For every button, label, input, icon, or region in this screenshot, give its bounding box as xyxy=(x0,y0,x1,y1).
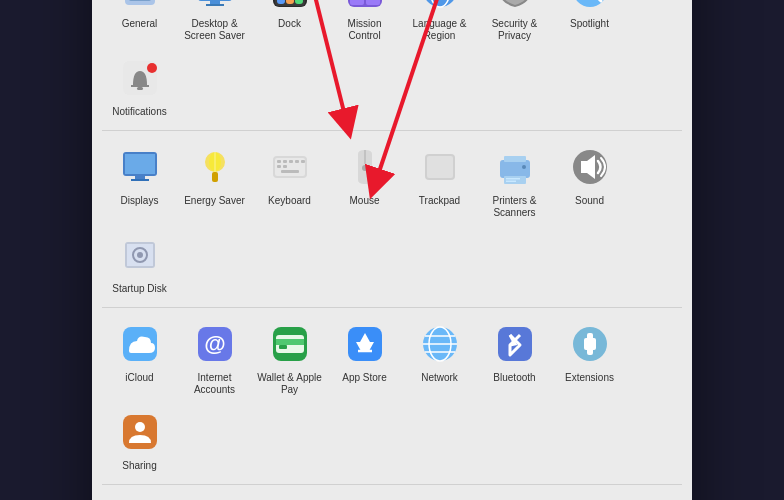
pref-item-mission[interactable]: Mission Control xyxy=(327,0,402,48)
svg-text:@: @ xyxy=(204,331,225,356)
trackpad-icon xyxy=(416,143,464,191)
pref-item-datetime[interactable]: 10Date & Time xyxy=(402,491,477,501)
section-3: iCloud@Internet AccountsWallet & Apple P… xyxy=(102,308,682,485)
svg-rect-55 xyxy=(504,176,526,184)
wallet-label: Wallet & Apple Pay xyxy=(256,372,323,396)
pref-item-energy[interactable]: Energy Saver xyxy=(177,137,252,225)
pref-item-siri[interactable]: Siri xyxy=(327,491,402,501)
internet-label: Internet Accounts xyxy=(181,372,248,396)
startup-icon xyxy=(116,231,164,279)
pref-item-displays[interactable]: Displays xyxy=(102,137,177,225)
datetime-icon: 10 xyxy=(416,497,464,501)
extensions-label: Extensions xyxy=(565,372,614,384)
pref-item-wallet[interactable]: Wallet & Apple Pay xyxy=(252,314,327,402)
parental-icon xyxy=(266,497,314,501)
pref-item-internet[interactable]: @Internet Accounts xyxy=(177,314,252,402)
pref-item-general[interactable]: General xyxy=(102,0,177,48)
icloud-label: iCloud xyxy=(125,372,153,384)
section-1: GeneralDesktop & Screen SaverDockMission… xyxy=(102,0,682,131)
pref-item-appstore[interactable]: App Store xyxy=(327,314,402,402)
preferences-content: GeneralDesktop & Screen SaverDockMission… xyxy=(92,0,692,500)
appstore-label: App Store xyxy=(342,372,386,384)
svg-rect-41 xyxy=(277,160,281,163)
svg-rect-81 xyxy=(587,333,593,340)
pref-item-users[interactable]: Users & Groups xyxy=(177,491,252,501)
svg-rect-57 xyxy=(506,180,516,182)
pref-item-icloud[interactable]: iCloud xyxy=(102,314,177,402)
pref-item-parental[interactable]: Parental Controls xyxy=(252,491,327,501)
svg-point-84 xyxy=(135,422,145,432)
notif-icon xyxy=(116,54,164,102)
pref-item-startup[interactable]: Startup Disk xyxy=(102,225,177,301)
svg-rect-70 xyxy=(279,345,287,349)
users-icon xyxy=(191,497,239,501)
energy-icon xyxy=(191,143,239,191)
bluetooth-label: Bluetooth xyxy=(493,372,535,384)
accessibility-icon xyxy=(566,497,614,501)
pref-item-spotlight[interactable]: Spotlight xyxy=(552,0,627,48)
pref-item-touchid[interactable]: Touch ID xyxy=(102,491,177,501)
pref-item-notif[interactable]: Notifications xyxy=(102,48,177,124)
svg-rect-0 xyxy=(125,0,155,5)
mission-icon xyxy=(341,0,389,14)
svg-point-19 xyxy=(423,0,457,7)
notif-label: Notifications xyxy=(112,106,166,118)
svg-rect-53 xyxy=(500,160,530,178)
sharing-icon xyxy=(116,408,164,456)
pref-item-dock[interactable]: Dock xyxy=(252,0,327,48)
pref-item-accessibility[interactable]: Accessibility xyxy=(552,491,627,501)
svg-point-63 xyxy=(137,252,143,258)
spotlight-icon xyxy=(566,0,614,14)
pref-item-mouse[interactable]: Mouse xyxy=(327,137,402,225)
pref-item-security[interactable]: Security & Privacy xyxy=(477,0,552,48)
svg-rect-34 xyxy=(131,179,149,181)
general-label: General xyxy=(122,18,158,30)
pref-item-printers[interactable]: Printers & Scanners xyxy=(477,137,552,225)
pref-item-trackpad[interactable]: Trackpad xyxy=(402,137,477,225)
dock-icon xyxy=(266,0,314,14)
pref-item-extensions[interactable]: Extensions xyxy=(552,314,627,402)
svg-rect-44 xyxy=(295,160,299,163)
pref-item-network[interactable]: Network xyxy=(402,314,477,402)
pref-item-timemachine[interactable]: Time Machine xyxy=(477,491,552,501)
mouse-icon xyxy=(341,143,389,191)
sound-icon xyxy=(566,143,614,191)
sharing-label: Sharing xyxy=(122,460,156,472)
system-preferences-window: ‹ › ⊞ System Preferences 🔍 GeneralDeskto… xyxy=(92,0,692,500)
svg-rect-30 xyxy=(137,87,143,90)
startup-label: Startup Disk xyxy=(112,283,166,295)
appstore-icon xyxy=(341,320,389,368)
desktop-icon xyxy=(191,0,239,14)
svg-rect-56 xyxy=(506,178,520,180)
siri-icon xyxy=(341,497,389,501)
svg-rect-69 xyxy=(276,339,304,345)
svg-rect-46 xyxy=(277,165,281,168)
pref-item-language[interactable]: Language & Region xyxy=(402,0,477,48)
pref-item-keyboard[interactable]: Keyboard xyxy=(252,137,327,225)
spotlight-label: Spotlight xyxy=(570,18,609,30)
svg-point-58 xyxy=(522,165,526,169)
svg-rect-52 xyxy=(427,156,453,178)
svg-rect-54 xyxy=(504,156,526,162)
network-icon xyxy=(416,320,464,368)
pref-item-sharing[interactable]: Sharing xyxy=(102,402,177,478)
security-label: Security & Privacy xyxy=(481,18,548,42)
pref-item-bluetooth[interactable]: Bluetooth xyxy=(477,314,552,402)
timemachine-icon xyxy=(491,497,539,501)
svg-rect-18 xyxy=(366,0,380,5)
desktop-label: Desktop & Screen Saver xyxy=(181,18,248,42)
svg-rect-37 xyxy=(212,172,218,182)
section-4: Touch IDUsers & GroupsParental ControlsS… xyxy=(102,485,682,501)
trackpad-label: Trackpad xyxy=(419,195,460,207)
pref-item-desktop[interactable]: Desktop & Screen Saver xyxy=(177,0,252,48)
sound-label: Sound xyxy=(575,195,604,207)
keyboard-label: Keyboard xyxy=(268,195,311,207)
energy-label: Energy Saver xyxy=(184,195,245,207)
svg-rect-32 xyxy=(125,154,155,174)
svg-rect-47 xyxy=(283,165,287,168)
mouse-label: Mouse xyxy=(349,195,379,207)
section-2: DisplaysEnergy SaverKeyboardMouseTrackpa… xyxy=(102,131,682,308)
svg-rect-29 xyxy=(147,63,157,73)
wallet-icon xyxy=(266,320,314,368)
pref-item-sound[interactable]: Sound xyxy=(552,137,627,225)
